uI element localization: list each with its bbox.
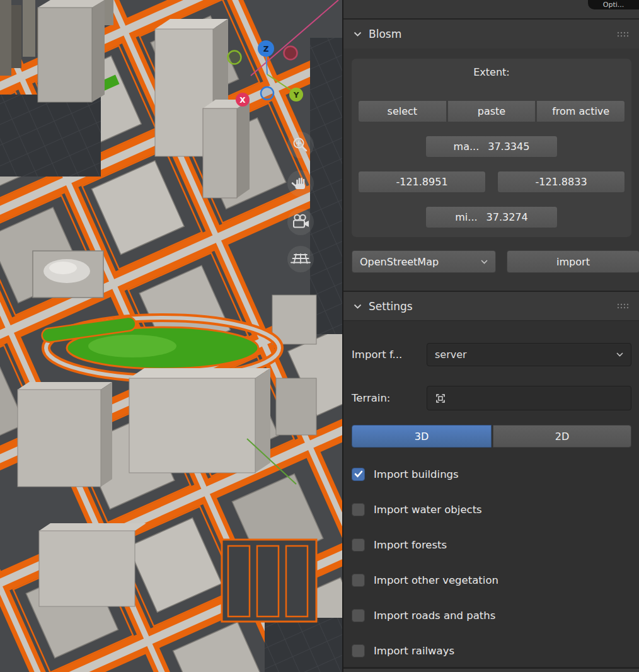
- checkbox[interactable]: [352, 644, 365, 658]
- checkbox[interactable]: [352, 503, 365, 516]
- checkbox[interactable]: [352, 468, 365, 481]
- data-source-value: OpenStreetMap: [360, 256, 439, 268]
- mode-2d-button[interactable]: 2D: [493, 425, 631, 448]
- gizmo-neg-axis-red[interactable]: [284, 47, 297, 60]
- import-from-select[interactable]: server: [427, 343, 631, 366]
- gizmo-neg-axis-green[interactable]: [228, 51, 241, 64]
- max-lat-field[interactable]: ma... 37.3345: [425, 136, 558, 158]
- chevron-down-icon: [481, 260, 488, 264]
- terrain-object-picker[interactable]: [427, 386, 631, 410]
- city-model: [0, 0, 343, 672]
- data-source-select[interactable]: OpenStreetMap: [352, 250, 496, 273]
- options-popover-label: Opti...: [603, 1, 625, 9]
- options-popover-button[interactable]: Opti...: [588, 0, 639, 9]
- blosm-panel: Blosm Extent: select paste from active m…: [343, 20, 639, 291]
- blosm-panel-title: Blosm: [369, 28, 401, 40]
- checkbox[interactable]: [352, 538, 365, 552]
- checkbox-row-import-water[interactable]: Import water objects: [352, 499, 482, 520]
- extent-button-row: select paste from active: [358, 100, 625, 122]
- panel-drag-handle-icon[interactable]: [616, 303, 629, 310]
- checkbox-row-import-buildings[interactable]: Import buildings: [352, 463, 459, 485]
- settings-panel-title: Settings: [369, 300, 413, 313]
- checkbox-label: Import other vegetation: [374, 574, 498, 586]
- max-lat-value: 37.3345: [488, 141, 529, 153]
- gizmo-neg-axis-blue[interactable]: [261, 87, 273, 100]
- import-button[interactable]: import: [507, 250, 639, 273]
- viewport-3d[interactable]: Z X Y: [0, 0, 343, 672]
- settings-panel-header[interactable]: Settings: [343, 292, 639, 321]
- checkbox-label: Import buildings: [374, 468, 459, 480]
- checkbox-label: Import railways: [374, 645, 454, 657]
- n-panel-sidebar: Blosm Extent: select paste from active m…: [343, 0, 639, 672]
- mode-3d-button[interactable]: 3D: [352, 425, 492, 448]
- blender-window: Z X Y: [0, 0, 639, 672]
- extent-select-button[interactable]: select: [358, 100, 447, 122]
- extent-paste-button[interactable]: paste: [447, 100, 536, 122]
- min-lat-label: mi...: [455, 211, 477, 223]
- min-lon-field[interactable]: -121.8951: [358, 171, 486, 193]
- extent-label: Extent:: [352, 66, 631, 78]
- chevron-down-icon: [616, 352, 623, 357]
- checkbox-row-import-forests[interactable]: Import forests: [352, 534, 447, 555]
- settings-panel: Settings Import f... server Terrain:: [343, 292, 639, 667]
- import-from-label: Import f...: [352, 343, 402, 366]
- checkbox-label: Import water objects: [374, 504, 482, 516]
- chevron-down-icon[interactable]: [354, 304, 362, 309]
- panel-drag-handle-icon[interactable]: [616, 31, 629, 38]
- extent-box: Extent: select paste from active ma... 3…: [352, 59, 631, 237]
- pan-hand-icon[interactable]: [287, 170, 314, 197]
- camera-view-icon[interactable]: [287, 209, 314, 235]
- next-panel-edge: [343, 669, 639, 672]
- chevron-down-icon[interactable]: [354, 32, 362, 37]
- checkbox-row-import-railways[interactable]: Import railways: [352, 640, 454, 661]
- import-from-value: server: [435, 349, 467, 361]
- object-picker-icon: [435, 393, 446, 404]
- checkbox[interactable]: [352, 574, 365, 587]
- perspective-grid-icon[interactable]: [287, 246, 314, 272]
- checkbox-row-import-roads[interactable]: Import roads and paths: [352, 605, 495, 626]
- gizmo-z-label: Z: [263, 45, 269, 54]
- max-lat-label: ma...: [454, 141, 480, 153]
- import-row: OpenStreetMap import: [352, 250, 631, 273]
- hatched-lot: [222, 540, 316, 622]
- gizmo-x-label: X: [239, 96, 246, 105]
- checkbox-row-import-vegetation[interactable]: Import other vegetation: [352, 569, 498, 591]
- gizmo-y-label: Y: [293, 91, 299, 100]
- mode-toggle-row: 3D 2D: [352, 425, 633, 448]
- zoom-icon[interactable]: [287, 132, 314, 158]
- terrain-label: Terrain:: [352, 386, 390, 410]
- checkmark-icon: [354, 470, 363, 478]
- checkbox-label: Import forests: [374, 539, 447, 551]
- max-lon-field[interactable]: -121.8833: [497, 171, 625, 193]
- blosm-panel-header[interactable]: Blosm: [343, 20, 639, 49]
- checkbox-label: Import roads and paths: [374, 610, 495, 622]
- longitude-row: -121.8951 -121.8833: [358, 171, 625, 193]
- dome-building: [33, 251, 103, 298]
- extent-from-active-button[interactable]: from active: [536, 100, 625, 122]
- min-lat-value: 37.3274: [486, 211, 528, 223]
- min-lat-field[interactable]: mi... 37.3274: [425, 206, 558, 228]
- checkbox[interactable]: [352, 609, 365, 622]
